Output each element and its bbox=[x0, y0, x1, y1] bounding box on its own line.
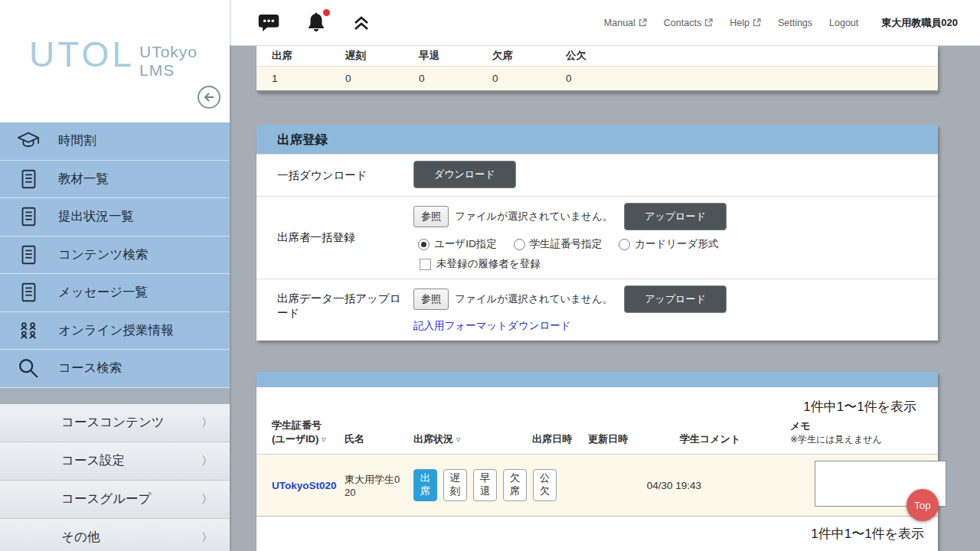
radio-student-number[interactable]: 学生証番号指定 bbox=[514, 237, 603, 251]
sidebar-item-label: メッセージ一覧 bbox=[58, 284, 148, 301]
sidebar-item-label: 教材一覧 bbox=[58, 171, 109, 187]
current-user-name: 東大用教職員020 bbox=[881, 16, 958, 30]
chevron-right-icon: 〉 bbox=[201, 492, 213, 507]
utol-logo: UTOL UTokyo LMS bbox=[0, 0, 230, 122]
summary-value-cell: 0 bbox=[492, 73, 566, 84]
status-button-early-leave[interactable]: 早退 bbox=[473, 469, 497, 501]
sidebar-item-course-search[interactable]: コース検索 bbox=[0, 350, 230, 388]
header-memo-line1: メモ bbox=[790, 419, 923, 433]
main-area: Manual Contacts Help Settings Logout 東 bbox=[230, 0, 980, 551]
radio-label: 学生証番号指定 bbox=[530, 237, 603, 251]
content-search-icon bbox=[17, 243, 40, 266]
bulk-register-label: 出席者一括登録 bbox=[256, 197, 413, 279]
sidebar-item-others[interactable]: その他 〉 bbox=[0, 519, 230, 551]
settings-link[interactable]: Settings bbox=[778, 18, 812, 28]
app-window: UTOL UTokyo LMS 時間割 教材一覧 bbox=[0, 0, 980, 551]
chevron-right-icon: 〉 bbox=[201, 454, 213, 468]
page-content: 出席 遅刻 早退 欠席 公欠 1 0 0 0 0 出席登録 一括ダ bbox=[230, 46, 980, 551]
double-chevron-up-icon bbox=[352, 15, 371, 31]
radio-unselected-icon bbox=[619, 239, 630, 250]
student-id-link[interactable]: UTokyoSt020 bbox=[272, 480, 337, 491]
sidebar-item-online-class[interactable]: オンライン授業情報 bbox=[0, 312, 230, 350]
sidebar-item-materials[interactable]: 教材一覧 bbox=[0, 161, 230, 199]
sidebar-divider bbox=[0, 388, 230, 404]
register-unenrolled-checkbox[interactable] bbox=[420, 259, 431, 270]
logout-link[interactable]: Logout bbox=[829, 18, 858, 28]
summary-header-row: 出席 遅刻 早退 欠席 公欠 bbox=[256, 46, 938, 66]
scroll-to-top-button[interactable]: Top bbox=[906, 489, 939, 521]
student-table-row: UTokyoSt020 東大用学生020 出席 遅刻 早退 欠席 公欠 04/3… bbox=[256, 454, 938, 517]
message-list-icon bbox=[17, 281, 40, 304]
sidebar-item-course-contents[interactable]: コースコンテンツ 〉 bbox=[0, 404, 230, 442]
contacts-link-label: Contacts bbox=[664, 18, 701, 28]
chevron-right-icon: 〉 bbox=[201, 530, 213, 545]
materials-list-icon bbox=[17, 168, 40, 191]
checkbox-label: 未登録の履修者を登録 bbox=[436, 257, 541, 271]
summary-data-row: 1 0 0 0 0 bbox=[256, 66, 938, 90]
sidebar-item-timetable[interactable]: 時間割 bbox=[0, 122, 230, 161]
register-unenrolled-option: 未登録の履修者を登録 bbox=[413, 257, 923, 271]
header-memo: メモ ※学生には見えません bbox=[790, 419, 938, 446]
download-button[interactable]: ダウンロード bbox=[413, 161, 516, 188]
collapse-all-button[interactable] bbox=[352, 15, 371, 31]
logo-subtext-line1: UTokyo bbox=[139, 43, 198, 61]
chat-icon bbox=[257, 12, 280, 33]
header-memo-note: ※学生には見えません bbox=[790, 433, 923, 446]
status-button-absent[interactable]: 欠席 bbox=[503, 469, 527, 501]
messages-button[interactable] bbox=[257, 12, 280, 33]
notifications-button[interactable] bbox=[305, 11, 328, 34]
subnav-label: その他 bbox=[61, 529, 100, 546]
student-table-header-row: 学生証番号 (ユーザID) ▿ 氏名 出席状況 ▿ 出席日時 更新日時 学生コメ… bbox=[256, 416, 938, 454]
summary-value-cell: 0 bbox=[566, 73, 639, 84]
help-link[interactable]: Help bbox=[730, 18, 761, 28]
attendance-summary-table: 出席 遅刻 早退 欠席 公欠 1 0 0 0 0 bbox=[256, 46, 938, 92]
status-button-present[interactable]: 出席 bbox=[413, 469, 437, 501]
format-download-link[interactable]: 記入用フォーマットダウンロード bbox=[413, 319, 571, 333]
summary-value-cell: 0 bbox=[345, 73, 419, 84]
summary-header-cell: 遅刻 bbox=[345, 49, 419, 63]
external-link-icon bbox=[639, 18, 647, 27]
browse-file-button[interactable]: 参照 bbox=[413, 206, 449, 227]
header-student-id[interactable]: 学生証番号 (ユーザID) ▿ bbox=[256, 419, 345, 446]
sidebar-item-submissions[interactable]: 提出状況一覧 bbox=[0, 198, 230, 236]
radio-selected-icon bbox=[418, 239, 430, 250]
browse-file-button[interactable]: 参照 bbox=[413, 289, 449, 310]
section-title: 出席登録 bbox=[256, 125, 938, 154]
chevron-right-icon: 〉 bbox=[201, 416, 213, 430]
external-link-icon bbox=[753, 18, 761, 27]
status-button-late[interactable]: 遅刻 bbox=[443, 469, 467, 501]
sort-icon[interactable]: ▿ bbox=[456, 435, 461, 444]
no-file-selected-text: ファイルが選択されていません。 bbox=[455, 292, 612, 306]
header-student-comment: 学生コメント bbox=[680, 432, 790, 446]
bulk-download-label: 一括ダウンロード bbox=[256, 155, 413, 196]
sidebar-item-content-search[interactable]: コンテンツ検索 bbox=[0, 236, 230, 275]
radio-user-id[interactable]: ユーザID指定 bbox=[418, 237, 497, 251]
no-file-selected-text: ファイルが選択されていません。 bbox=[455, 210, 612, 223]
course-search-icon bbox=[17, 357, 40, 380]
sidebar-item-label: コース検索 bbox=[58, 360, 122, 377]
manual-link[interactable]: Manual bbox=[604, 18, 647, 28]
radio-card-reader[interactable]: カードリーダ形式 bbox=[619, 237, 718, 251]
update-time-cell: 04/30 19:43 bbox=[612, 480, 704, 491]
id-type-radio-group: ユーザID指定 学生証番号指定 カードリーダ形式 bbox=[413, 237, 923, 251]
subnav-label: コースグループ bbox=[61, 491, 151, 507]
header-student-id-line2: (ユーザID) ▿ bbox=[272, 432, 345, 446]
sidebar-item-messages[interactable]: メッセージ一覧 bbox=[0, 274, 230, 312]
attendance-register-section: 出席登録 一括ダウンロード ダウンロード 出席者一括登録 参照 ファイルが選択さ… bbox=[256, 125, 938, 341]
manual-link-label: Manual bbox=[604, 18, 635, 28]
result-count-bottom: 1件中1〜1件を表示 bbox=[256, 517, 938, 551]
radio-label: カードリーダ形式 bbox=[635, 237, 718, 251]
contacts-link[interactable]: Contacts bbox=[664, 18, 713, 28]
upload-button[interactable]: アップロード bbox=[624, 285, 727, 313]
sort-icon[interactable]: ▿ bbox=[322, 435, 326, 444]
bulk-register-row: 出席者一括登録 参照 ファイルが選択されていません。 アップロード ユーザID指… bbox=[256, 196, 938, 279]
header-status[interactable]: 出席状況 ▿ bbox=[413, 432, 532, 446]
header-attend-time: 出席日時 bbox=[532, 432, 588, 446]
sidebar-item-course-group[interactable]: コースグループ 〉 bbox=[0, 481, 230, 519]
collapse-sidebar-button[interactable] bbox=[198, 86, 220, 109]
sidebar-item-course-settings[interactable]: コース設定 〉 bbox=[0, 442, 230, 481]
status-button-excused[interactable]: 公欠 bbox=[533, 469, 557, 501]
upload-button[interactable]: アップロード bbox=[624, 203, 727, 230]
graduation-cap-icon bbox=[17, 129, 40, 152]
submissions-list-icon bbox=[17, 205, 40, 228]
